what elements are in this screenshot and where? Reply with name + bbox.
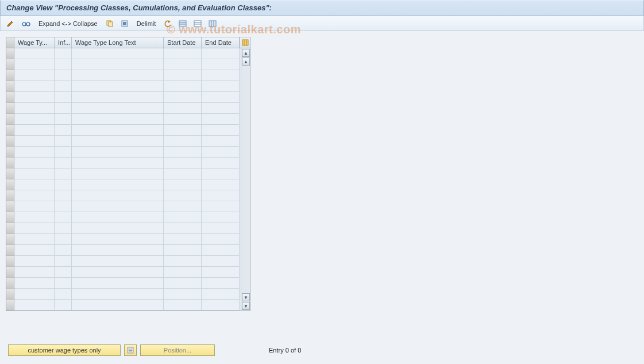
- table-cell[interactable]: [72, 136, 164, 147]
- table-cell[interactable]: [164, 190, 202, 201]
- table-cell[interactable]: [72, 190, 164, 201]
- table-cell[interactable]: [14, 147, 55, 158]
- table-cell[interactable]: [14, 179, 55, 190]
- configure-columns-icon[interactable]: [240, 37, 250, 48]
- delimit-button[interactable]: Delimit: [133, 18, 160, 29]
- table-cell[interactable]: [14, 234, 55, 245]
- expand-collapse-button[interactable]: Expand <-> Collapse: [35, 18, 101, 29]
- table-cell[interactable]: [202, 201, 240, 212]
- table-cell[interactable]: [202, 70, 240, 81]
- table-cell[interactable]: [202, 48, 240, 59]
- table-cell[interactable]: [14, 136, 55, 147]
- table-cell[interactable]: [72, 256, 164, 267]
- table-cell[interactable]: [14, 168, 55, 179]
- table-cell[interactable]: [164, 212, 202, 223]
- table-cell[interactable]: [202, 278, 240, 289]
- table-cell[interactable]: [164, 103, 202, 114]
- row-selector[interactable]: [6, 256, 14, 267]
- row-selector[interactable]: [6, 114, 14, 125]
- position-icon-button[interactable]: [124, 344, 137, 356]
- table-cell[interactable]: [202, 147, 240, 158]
- position-button[interactable]: Position...: [140, 344, 215, 356]
- table-cell[interactable]: [164, 256, 202, 267]
- table-cell[interactable]: [72, 289, 164, 300]
- row-selector[interactable]: [6, 92, 14, 103]
- row-selector[interactable]: [6, 59, 14, 70]
- table-cell[interactable]: [164, 223, 202, 234]
- table-cell[interactable]: [14, 81, 55, 92]
- table-cell[interactable]: [164, 114, 202, 125]
- table-cell[interactable]: [164, 278, 202, 289]
- table-cell[interactable]: [14, 103, 55, 114]
- table-cell[interactable]: [14, 59, 55, 70]
- scroll-thumb-top-icon[interactable]: ▲: [242, 58, 250, 66]
- table-cell[interactable]: [164, 300, 202, 311]
- row-selector[interactable]: [6, 179, 14, 190]
- table-cell[interactable]: [202, 245, 240, 256]
- table-cell[interactable]: [14, 114, 55, 125]
- table-cell[interactable]: [55, 70, 72, 81]
- row-selector[interactable]: [6, 168, 14, 179]
- table-deselect-icon[interactable]: [191, 18, 204, 29]
- scroll-up-icon[interactable]: ▲: [242, 49, 250, 57]
- row-selector[interactable]: [6, 234, 14, 245]
- table-cell[interactable]: [14, 300, 55, 311]
- table-cell[interactable]: [164, 201, 202, 212]
- table-cell[interactable]: [55, 125, 72, 136]
- row-selector[interactable]: [6, 103, 14, 114]
- table-cell[interactable]: [14, 48, 55, 59]
- table-cell[interactable]: [202, 234, 240, 245]
- scroll-down-icon[interactable]: ▼: [242, 302, 250, 310]
- undo-icon[interactable]: [161, 18, 174, 29]
- table-cell[interactable]: [202, 300, 240, 311]
- row-selector[interactable]: [6, 70, 14, 81]
- table-cell[interactable]: [55, 289, 72, 300]
- table-cell[interactable]: [164, 245, 202, 256]
- table-cell[interactable]: [72, 81, 164, 92]
- row-selector[interactable]: [6, 223, 14, 234]
- table-cell[interactable]: [55, 179, 72, 190]
- table-cell[interactable]: [164, 92, 202, 103]
- row-selector[interactable]: [6, 147, 14, 158]
- table-cell[interactable]: [14, 70, 55, 81]
- table-cell[interactable]: [202, 103, 240, 114]
- table-cell[interactable]: [55, 168, 72, 179]
- table-cell[interactable]: [14, 289, 55, 300]
- table-cell[interactable]: [202, 158, 240, 168]
- table-cell[interactable]: [202, 81, 240, 92]
- table-cell[interactable]: [14, 267, 55, 278]
- glasses-icon[interactable]: [19, 18, 33, 29]
- table-cell[interactable]: [202, 92, 240, 103]
- table-cell[interactable]: [72, 179, 164, 190]
- table-cell[interactable]: [202, 256, 240, 267]
- table-settings-icon[interactable]: [206, 18, 219, 29]
- table-cell[interactable]: [55, 103, 72, 114]
- table-cell[interactable]: [72, 234, 164, 245]
- table-cell[interactable]: [164, 136, 202, 147]
- table-cell[interactable]: [164, 179, 202, 190]
- row-selector[interactable]: [6, 278, 14, 289]
- table-cell[interactable]: [164, 158, 202, 168]
- table-cell[interactable]: [72, 168, 164, 179]
- table-cell[interactable]: [164, 48, 202, 59]
- table-cell[interactable]: [164, 81, 202, 92]
- table-cell[interactable]: [14, 223, 55, 234]
- scroll-thumb-bottom-icon[interactable]: ▼: [242, 293, 250, 301]
- table-cell[interactable]: [202, 212, 240, 223]
- table-cell[interactable]: [72, 223, 164, 234]
- table-cell[interactable]: [55, 267, 72, 278]
- table-cell[interactable]: [72, 125, 164, 136]
- table-cell[interactable]: [72, 48, 164, 59]
- table-cell[interactable]: [72, 245, 164, 256]
- customer-wage-types-button[interactable]: customer wage types only: [8, 344, 121, 356]
- row-selector[interactable]: [6, 267, 14, 278]
- change-icon[interactable]: [4, 18, 17, 29]
- row-selector[interactable]: [6, 81, 14, 92]
- table-cell[interactable]: [202, 125, 240, 136]
- table-cell[interactable]: [55, 234, 72, 245]
- table-cell[interactable]: [55, 223, 72, 234]
- table-cell[interactable]: [202, 59, 240, 70]
- table-cell[interactable]: [72, 267, 164, 278]
- select-all-icon[interactable]: [118, 18, 131, 29]
- table-cell[interactable]: [202, 114, 240, 125]
